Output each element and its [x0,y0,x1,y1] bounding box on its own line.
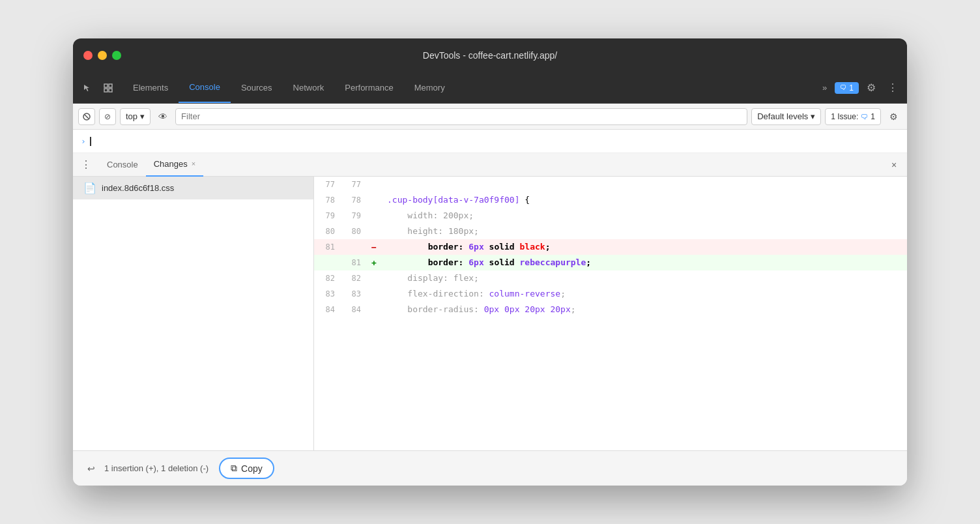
gutter-80 [366,224,382,239]
tab-memory[interactable]: Memory [404,72,455,103]
new-line-num-79: 79 [340,208,366,224]
svg-rect-2 [104,89,108,92]
new-line-num-83: 83 [340,286,366,302]
close-button[interactable] [83,51,93,60]
close-panel-button[interactable]: × [886,157,902,173]
tab-panel-console[interactable]: Console [99,153,146,177]
line-nums-79: 79 79 [314,208,366,224]
tabbar-icons [78,72,117,103]
chevron-down-icon: ▾ [811,111,815,121]
old-line-num-83: 83 [314,286,340,302]
new-line-num-80: 80 [340,224,366,239]
devtools-window: DevTools - coffee-cart.netlify.app/ Elem… [73,38,907,486]
gutter-81d: − [366,239,382,255]
gutter-82 [366,270,382,286]
line-content-80: height: 180px; [382,224,907,239]
cursor-icon[interactable] [78,79,96,97]
console-toolbar: ⊘ top ▾ 👁 Default levels ▾ 1 Issue: 🗨 1 … [73,104,907,130]
tab-panel-changes[interactable]: Changes × [146,153,203,177]
minimize-button[interactable] [98,51,107,60]
line-content-78: .cup-body[data-v-7a0f9f00] { [382,192,907,208]
block-icon[interactable]: ⊘ [99,108,116,125]
console-settings-button[interactable]: ⚙ [885,108,902,125]
filter-input[interactable] [175,108,747,125]
chevron-down-icon: ▾ [140,111,145,121]
old-line-num-77: 77 [314,177,340,192]
devtools-more-button[interactable]: ⋮ [884,79,902,96]
line-content-81d: border: 6px solid black; [382,239,907,255]
css-file-icon: 📄 [83,182,96,194]
new-line-num-81d [340,239,366,255]
svg-rect-0 [104,84,108,87]
clear-console-button[interactable] [78,108,95,125]
gutter-81a: + [366,255,382,270]
panel-tabs: ⋮ Console Changes × × [73,153,907,177]
code-area: 77 77 78 78 .cup-body[data-v-7a0f9f00] {… [314,177,907,450]
line-content-83: flex-direction: column-reverse; [382,286,907,302]
levels-selector[interactable]: Default levels ▾ [751,108,821,125]
context-selector[interactable]: top ▾ [120,108,151,125]
line-nums-83: 83 83 [314,286,366,302]
console-badge[interactable]: 🗨 1 [835,82,859,94]
tab-network[interactable]: Network [283,72,335,103]
traffic-lights [83,51,121,60]
code-line-78: 78 78 .cup-body[data-v-7a0f9f00] { [314,192,907,208]
old-line-num-80: 80 [314,224,340,239]
line-nums-82: 82 82 [314,270,366,286]
line-nums-77: 77 77 [314,177,366,192]
line-nums-81d: 81 [314,239,366,255]
tab-elements[interactable]: Elements [122,72,179,103]
line-nums-80: 80 80 [314,224,366,239]
line-content-79: width: 200px; [382,208,907,224]
code-line-84: 84 84 border-radius: 0px 0px 20px 20px; [314,302,907,317]
old-line-num-79: 79 [314,208,340,224]
console-cursor [90,137,91,146]
window-title: DevTools - coffee-cart.netlify.app/ [423,50,557,61]
chat-icon: 🗨 [840,84,846,91]
code-line-79: 79 79 width: 200px; [314,208,907,224]
code-line-82: 82 82 display: flex; [314,270,907,286]
old-line-num-78: 78 [314,192,340,208]
tabbar-right: » 🗨 1 ⚙ ⋮ [818,72,902,103]
eye-button[interactable]: 👁 [154,108,171,125]
code-line-83: 83 83 flex-direction: column-reverse; [314,286,907,302]
tab-sources[interactable]: Sources [231,72,283,103]
tab-console[interactable]: Console [179,72,231,103]
console-prompt: › [81,136,86,146]
gutter-79 [366,208,382,224]
titlebar: DevTools - coffee-cart.netlify.app/ [73,38,907,72]
new-line-num-77: 77 [340,177,366,192]
gutter-84 [366,302,382,317]
new-line-num-82: 82 [340,270,366,286]
more-tabs-button[interactable]: » [818,80,831,95]
copy-icon: ⧉ [231,463,237,474]
svg-line-5 [85,115,89,119]
bottom-bar: ↩ 1 insertion (+), 1 deletion (-) ⧉ Copy [73,450,907,486]
tab-performance[interactable]: Performance [334,72,403,103]
devtools-settings-button[interactable]: ⚙ [863,79,880,96]
main-content: 📄 index.8d6c6f18.css 77 77 78 78 [73,177,907,450]
old-line-num-82: 82 [314,270,340,286]
maximize-button[interactable] [112,51,121,60]
revert-button[interactable]: ↩ [83,461,99,476]
line-content-82: display: flex; [382,270,907,286]
console-input-line[interactable]: › [73,130,907,153]
inspect-icon[interactable] [99,79,117,97]
line-nums-84: 84 84 [314,302,366,317]
gutter-83 [366,286,382,302]
gutter-78 [366,192,382,208]
old-line-num-84: 84 [314,302,340,317]
new-line-num-81a: 81 [340,255,366,270]
close-changes-tab-button[interactable]: × [192,160,195,167]
gutter-77 [366,177,382,192]
code-line-81-added: 81 + border: 6px solid rebeccapurple; [314,255,907,270]
code-line-81-deleted: 81 − border: 6px solid black; [314,239,907,255]
issue-badge[interactable]: 1 Issue: 🗨 1 [825,108,881,125]
new-line-num-78: 78 [340,192,366,208]
line-nums-81a: 81 [314,255,366,270]
panel-dots-button[interactable]: ⋮ [78,157,94,173]
line-content-81a: border: 6px solid rebeccapurple; [382,255,907,270]
issue-badge-icon: 🗨 [861,113,868,121]
copy-button[interactable]: ⧉ Copy [219,458,274,479]
file-item[interactable]: 📄 index.8d6c6f18.css [73,177,313,199]
